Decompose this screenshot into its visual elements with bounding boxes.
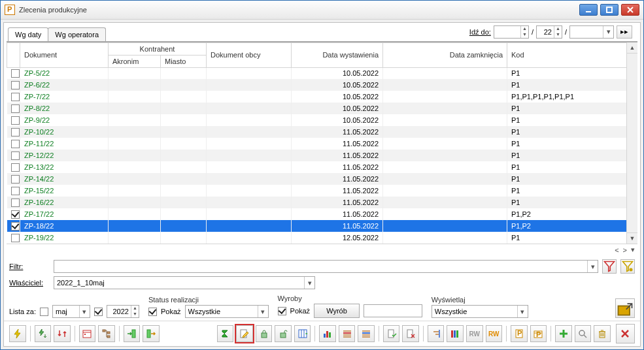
goto-input-3[interactable] <box>570 26 603 38</box>
row-checkbox[interactable] <box>11 210 20 219</box>
tree-icon[interactable] <box>98 325 115 342</box>
doc-link[interactable]: ZP-9/22 <box>24 116 50 124</box>
table-row[interactable]: ZP-18/2211.05.2022P1,P2 <box>7 220 637 232</box>
wlasciciel-input[interactable] <box>54 277 304 289</box>
table-row[interactable]: ZP-13/2211.05.2022P1 <box>7 161 637 173</box>
table-row[interactable]: ZP-6/2210.05.2022P1 <box>7 79 637 91</box>
wyrob-value-input[interactable] <box>364 304 422 317</box>
chevron-down-icon[interactable]: ▾ <box>587 261 598 272</box>
tab-by-operator[interactable]: Wg operatora <box>48 27 106 41</box>
scroll-left-icon[interactable]: < <box>615 246 619 254</box>
goto-input-1[interactable] <box>494 26 520 38</box>
doc-link[interactable]: ZP-17/22 <box>24 210 54 218</box>
table-row[interactable]: ZP-9/2210.05.2022P1 <box>7 114 637 126</box>
chevron-down-icon[interactable]: ▾ <box>517 306 528 317</box>
table-row[interactable]: ZP-15/2211.05.2022P1 <box>7 185 637 197</box>
rw-gray-icon[interactable]: RW <box>466 325 483 342</box>
doc-link[interactable]: ZP-6/22 <box>24 81 50 89</box>
row-checkbox[interactable] <box>11 163 20 172</box>
col-akronim[interactable]: Akronim <box>109 55 161 67</box>
lock-open-icon[interactable] <box>275 325 292 342</box>
row-checkbox[interactable] <box>11 93 20 101</box>
vertical-scrollbar[interactable]: ▲ ▼ <box>626 42 637 244</box>
table-row[interactable]: ZP-10/2211.05.2022P1 <box>7 126 637 138</box>
sigma-icon[interactable] <box>217 325 234 342</box>
row-checkbox[interactable] <box>11 69 20 78</box>
rows-blue-icon[interactable] <box>358 325 375 342</box>
scroll-down-icon[interactable]: ▼ <box>627 232 637 244</box>
search-button[interactable] <box>575 325 592 342</box>
align-right-icon[interactable] <box>428 325 445 342</box>
table-row[interactable]: ZP-16/2211.05.2022P1 <box>7 197 637 208</box>
arrow-out-icon[interactable] <box>143 325 160 342</box>
close-panel-button[interactable] <box>616 324 635 343</box>
close-button[interactable] <box>621 4 639 16</box>
col-data-wyst[interactable]: Data wystawienia <box>292 42 383 67</box>
p-doc-icon[interactable]: P <box>511 325 528 342</box>
add-button[interactable] <box>555 325 572 342</box>
books-icon[interactable] <box>447 325 464 342</box>
bolt-down-icon[interactable] <box>35 325 52 342</box>
scroll-up-icon[interactable]: ▲ <box>627 42 637 54</box>
table-row[interactable]: ZP-7/2210.05.2022P1,P1,P1,P1,P1,P1 <box>7 91 637 103</box>
swap-icon[interactable] <box>54 325 71 342</box>
col-data-zamk[interactable]: Data zamknięcia <box>383 42 507 67</box>
doc-x-icon[interactable] <box>402 325 419 342</box>
month-input[interactable] <box>53 306 79 317</box>
doc-link[interactable]: ZP-12/22 <box>24 151 54 159</box>
row-checkbox[interactable] <box>11 140 20 148</box>
calendar-icon[interactable] <box>79 325 96 342</box>
scroll-end-icon[interactable]: ▾ <box>631 246 635 254</box>
chevron-down-icon[interactable]: ▾ <box>258 306 268 317</box>
col-kod[interactable]: Kod <box>507 42 637 67</box>
filter-settings-button[interactable] <box>620 259 635 274</box>
doc-link[interactable]: ZP-16/22 <box>24 199 54 206</box>
wyroby-show-checkbox[interactable] <box>278 307 286 315</box>
col-dokument[interactable]: Dokument <box>20 42 109 67</box>
columns-icon[interactable] <box>294 325 311 342</box>
maximize-button[interactable] <box>600 4 619 16</box>
row-checkbox[interactable] <box>11 151 20 160</box>
goto-next-button[interactable]: ▸▸ <box>617 25 632 39</box>
table-row[interactable]: ZP-11/2211.05.2022P1 <box>7 138 637 150</box>
row-checkbox[interactable] <box>11 175 20 183</box>
p-calendar-icon[interactable]: P <box>530 325 547 342</box>
goto-field-2[interactable]: ▲▼ <box>536 25 562 39</box>
doc-check-icon[interactable] <box>383 325 400 342</box>
table-row[interactable]: ZP-8/2210.05.2022P1 <box>7 103 637 114</box>
table-row[interactable]: ZP-19/2212.05.2022P1 <box>7 232 637 244</box>
wyswietlaj-combo[interactable]: ▾ <box>432 305 528 318</box>
chevron-down-icon[interactable]: ▾ <box>79 306 90 317</box>
rows-red-icon[interactable] <box>339 325 356 342</box>
row-checkbox[interactable] <box>11 104 20 113</box>
status-combo[interactable]: ▾ <box>185 305 269 318</box>
doc-link[interactable]: ZP-7/22 <box>24 93 50 101</box>
row-checkbox[interactable] <box>11 222 20 231</box>
table-row[interactable]: ZP-17/2211.05.2022P1,P2 <box>7 208 637 220</box>
minimize-button[interactable] <box>579 4 598 16</box>
row-checkbox[interactable] <box>11 81 20 89</box>
bolt-icon[interactable] <box>9 325 26 342</box>
titlebar[interactable]: Zlecenia produkcyjne <box>1 1 643 20</box>
lock-closed-icon[interactable] <box>256 325 273 342</box>
row-checkbox[interactable] <box>11 128 20 136</box>
row-checkbox[interactable] <box>11 234 20 242</box>
arrow-in-icon[interactable] <box>124 325 141 342</box>
doc-link[interactable]: ZP-15/22 <box>24 187 54 195</box>
col-dok-obcy[interactable]: Dokument obcy <box>207 42 292 67</box>
month-checkbox[interactable] <box>40 308 48 316</box>
wyrob-button[interactable]: Wyrób <box>314 304 360 318</box>
table-row[interactable]: ZP-14/2211.05.2022P1 <box>7 173 637 185</box>
wyswietlaj-input[interactable] <box>432 306 517 317</box>
year-spin[interactable]: ▲▼ <box>107 305 139 318</box>
doc-link[interactable]: ZP-14/22 <box>24 175 54 183</box>
edit-highlighted-button[interactable] <box>236 325 253 342</box>
goto-field-3[interactable]: ▾ <box>569 25 614 39</box>
filtr-input[interactable] <box>54 261 587 272</box>
row-checkbox[interactable] <box>11 187 20 195</box>
horizontal-scrollbar[interactable]: < > ▾ <box>7 244 637 255</box>
doc-link[interactable]: ZP-18/22 <box>24 222 54 230</box>
chevron-down-icon[interactable]: ▾ <box>603 26 613 38</box>
year-input[interactable] <box>107 306 131 317</box>
filter-apply-button[interactable] <box>602 259 617 274</box>
